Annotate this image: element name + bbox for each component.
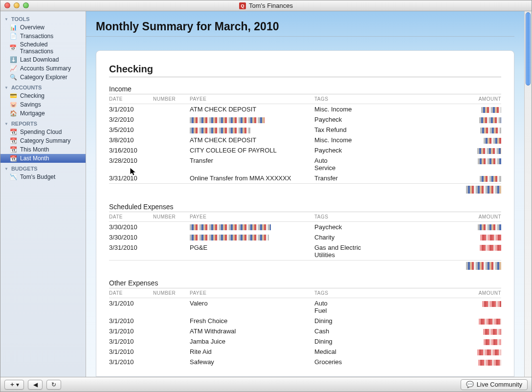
col-header-number: NUMBER <box>153 94 190 104</box>
download-icon: ⬇️ <box>9 56 17 64</box>
sidebar-item-spending-cloud[interactable]: 📆Spending Cloud <box>0 128 86 136</box>
cell-date: 3/8/2010 <box>109 135 153 145</box>
report-icon: 📆 <box>9 154 17 162</box>
col-header-date: DATE <box>109 288 153 298</box>
sidebar-item-checking[interactable]: 💳Checking <box>0 91 86 100</box>
cell-date: 3/16/2010 <box>109 145 153 155</box>
back-button[interactable]: ◀ <box>28 380 43 390</box>
sidebar-item-label: Category Summary <box>20 137 70 144</box>
obfuscated-amount <box>478 224 501 230</box>
sidebar-item-mortgage[interactable]: 🏠Mortgage <box>0 109 86 118</box>
minimize-window-button[interactable] <box>14 2 20 8</box>
cell-date: 3/1/2010 <box>109 104 153 115</box>
sidebar-section-header[interactable]: ACCOUNTS <box>0 82 86 91</box>
cell-amount <box>393 155 501 173</box>
table-row[interactable]: 3/28/2010TransferAuto Service <box>109 155 501 173</box>
sidebar: TOOLS📊Overview📄Transactions📅Scheduled Tr… <box>0 11 86 377</box>
cell-number <box>153 298 190 316</box>
reload-button[interactable]: ↻ <box>46 380 61 390</box>
obfuscated-amount <box>480 245 501 251</box>
sidebar-item-overview[interactable]: 📊Overview <box>0 23 86 32</box>
obfuscated-amount <box>478 158 501 164</box>
sidebar-section-header[interactable]: BUDGETS <box>0 163 86 173</box>
sidebar-item-label: Accounts Summary <box>20 65 71 72</box>
table-row[interactable]: 3/1/2010SafewayGroceries <box>109 357 501 367</box>
cell-number <box>153 347 190 357</box>
cell-date: 3/1/2010 <box>109 336 153 347</box>
transactions-table: DATENUMBERPAYEETAGSAMOUNT3/1/2010ATM CHE… <box>109 94 501 195</box>
table-row[interactable]: 3/8/2010ATM CHECK DEPOSITMisc. Income <box>109 135 501 145</box>
table-row[interactable]: 3/31/2010PG&EGas and Electric Utilities <box>109 242 501 261</box>
col-header-amount: AMOUNT <box>393 94 501 104</box>
cell-amount <box>393 298 501 316</box>
cell-amount <box>393 145 501 155</box>
obfuscated-amount <box>484 339 501 345</box>
cell-number <box>153 173 190 184</box>
sidebar-item-scheduled-transactions[interactable]: 📅Scheduled Transactions <box>0 41 86 55</box>
report-icon: 📆 <box>9 128 17 136</box>
table-row[interactable]: 3/30/2010Paycheck <box>109 221 501 232</box>
sidebar-item-last-download[interactable]: ⬇️Last Download <box>0 55 86 64</box>
scrollbar-thumb[interactable] <box>526 12 531 86</box>
cell-tags: Dining <box>314 316 393 326</box>
table-row[interactable]: 3/1/2010Jamba JuiceDining <box>109 336 501 347</box>
cell-amount <box>393 125 501 135</box>
report-icon: 📆 <box>9 146 17 153</box>
table-row[interactable]: 3/5/2010Tax Refund <box>109 125 501 135</box>
cell-amount <box>393 173 501 184</box>
cell-amount <box>393 242 501 261</box>
checking-icon: 💳 <box>9 92 17 100</box>
cell-tags: Paycheck <box>314 114 393 125</box>
sidebar-item-category-explorer[interactable]: 🔍Category Explorer <box>0 73 86 82</box>
cell-tags: Auto Service <box>314 155 393 173</box>
cell-payee: ATM Withdrawal <box>190 326 314 336</box>
col-header-tags: TAGS <box>314 212 393 222</box>
table-row[interactable]: 3/1/2010ValeroAuto Fuel <box>109 298 501 316</box>
sidebar-item-label: Last Download <box>20 56 59 63</box>
savings-icon: 🐷 <box>9 101 17 109</box>
cell-date: 3/30/2010 <box>109 221 153 232</box>
obfuscated-amount <box>481 107 501 113</box>
table-row[interactable]: 3/1/2010ATM WithdrawalCash <box>109 326 501 336</box>
mortgage-icon: 🏠 <box>9 109 17 117</box>
vertical-scrollbar[interactable] <box>524 11 532 377</box>
sidebar-item-savings[interactable]: 🐷Savings <box>0 100 86 109</box>
table-row[interactable]: 3/2/2010Paycheck <box>109 114 501 125</box>
cell-payee: Online Transfer from MMA XXXXXX <box>190 173 314 184</box>
page-title: Monthly Summary for March, 2010 <box>86 11 514 37</box>
close-window-button[interactable] <box>4 2 10 8</box>
sidebar-item-accounts-summary[interactable]: 📈Accounts Summary <box>0 64 86 73</box>
sidebar-item-label: Scheduled Transactions <box>20 41 82 55</box>
cell-tags: Medical <box>314 347 393 357</box>
sidebar-section-header[interactable]: TOOLS <box>0 13 86 23</box>
cell-payee: Fresh Choice <box>190 316 314 326</box>
cell-date: 3/31/2010 <box>109 173 153 184</box>
zoom-window-button[interactable] <box>23 2 29 8</box>
cell-number <box>153 145 190 155</box>
sidebar-item-last-month[interactable]: 📆Last Month <box>0 154 86 163</box>
sidebar-item-this-month[interactable]: 📆This Month <box>0 145 86 154</box>
live-community-label: Live Community <box>477 381 522 388</box>
live-community-button[interactable]: 💬 Live Community <box>461 379 528 390</box>
cell-amount <box>393 326 501 336</box>
table-row[interactable]: 3/16/2010CITY COLLEGE OF PAYROLLPaycheck <box>109 145 501 155</box>
obfuscated-amount <box>480 235 501 240</box>
sidebar-item-tom-s-budget[interactable]: 📉Tom's Budget <box>0 173 86 181</box>
window-controls <box>4 2 29 8</box>
cell-number <box>153 336 190 347</box>
add-button[interactable]: ＋▾ <box>4 380 24 390</box>
sidebar-section-header[interactable]: REPORTS <box>0 118 86 128</box>
sidebar-item-category-summary[interactable]: 📆Category Summary <box>0 136 86 145</box>
table-row[interactable]: 3/1/2010Rite AidMedical <box>109 347 501 357</box>
chat-icon: 💬 <box>466 381 474 388</box>
table-row[interactable]: 3/31/2010Online Transfer from MMA XXXXXX… <box>109 173 501 184</box>
table-row[interactable]: 3/1/2010Fresh ChoiceDining <box>109 316 501 326</box>
obfuscated-amount <box>478 360 501 366</box>
sidebar-item-transactions[interactable]: 📄Transactions <box>0 32 86 41</box>
table-row[interactable]: 3/30/2010Charity <box>109 232 501 242</box>
col-header-tags: TAGS <box>314 288 393 298</box>
cell-tags: Auto Fuel <box>314 298 393 316</box>
table-row[interactable]: 3/1/2010ATM CHECK DEPOSITMisc. Income <box>109 104 501 115</box>
cell-payee: CITY COLLEGE OF PAYROLL <box>190 145 314 155</box>
col-header-payee: PAYEE <box>190 94 314 104</box>
